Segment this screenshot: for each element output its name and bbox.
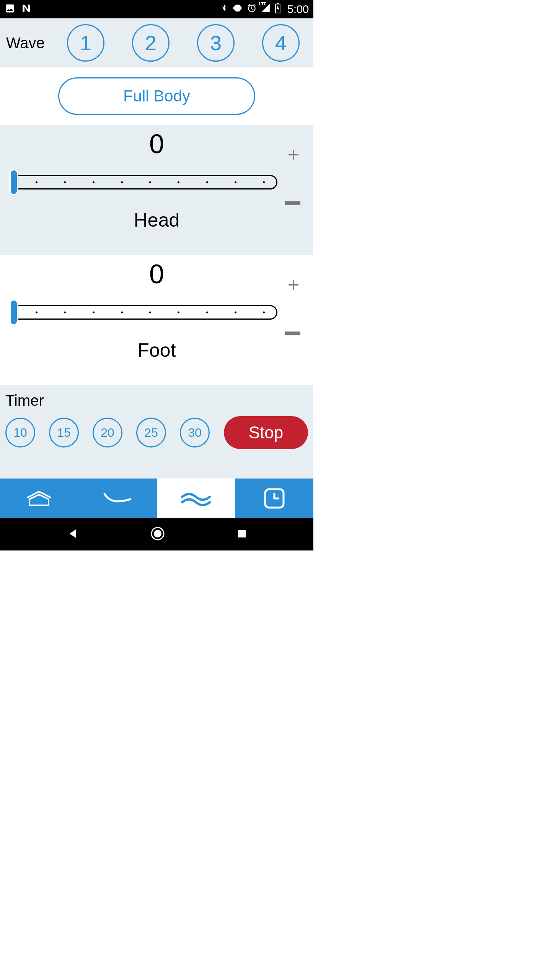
foot-minus-button[interactable]	[285, 332, 302, 335]
svg-point-4	[154, 530, 161, 537]
wave-option-2[interactable]: 2	[132, 24, 170, 62]
head-slider-label: Head	[11, 209, 302, 231]
timer-option-20[interactable]: 20	[93, 418, 122, 448]
nav-recline[interactable]	[78, 479, 157, 518]
battery-charging-icon	[274, 3, 281, 16]
svg-rect-5	[238, 530, 246, 537]
recent-icon[interactable]	[236, 528, 248, 541]
head-slider-thumb[interactable]	[9, 169, 18, 196]
stop-button[interactable]: Stop	[224, 416, 308, 449]
fullbody-section: Full Body	[0, 67, 313, 125]
wave-label: Wave	[6, 34, 45, 52]
status-time: 5:00	[287, 3, 309, 16]
nav-home[interactable]	[0, 479, 78, 518]
timer-option-15[interactable]: 15	[49, 418, 79, 448]
home-icon	[24, 489, 54, 508]
wave-icon	[180, 490, 212, 507]
svg-rect-1	[277, 3, 279, 4]
recline-icon	[102, 491, 133, 506]
bottom-nav	[0, 479, 313, 518]
wave-option-1[interactable]: 1	[67, 24, 104, 62]
timer-option-30[interactable]: 30	[180, 418, 210, 448]
head-slider-value: 0	[11, 129, 302, 159]
foot-slider-section: 0 Foot	[0, 255, 313, 385]
foot-slider-thumb[interactable]	[9, 299, 18, 326]
clock-icon	[263, 487, 285, 510]
foot-slider-value: 0	[11, 259, 302, 289]
head-slider[interactable]	[11, 169, 277, 196]
home-circle-icon[interactable]	[150, 526, 165, 543]
timer-label: Timer	[5, 392, 308, 409]
nav-clock[interactable]	[235, 479, 313, 518]
timer-section: Timer 10 15 20 25 30 Stop	[0, 385, 313, 479]
back-icon[interactable]	[66, 527, 79, 542]
wave-option-4[interactable]: 4	[262, 24, 300, 62]
head-slider-section: 0 Head	[0, 125, 313, 255]
android-n-icon	[21, 3, 32, 16]
foot-plus-button[interactable]	[285, 274, 302, 297]
foot-slider-label: Foot	[11, 339, 302, 361]
foot-slider[interactable]	[11, 299, 277, 326]
timer-option-10[interactable]: 10	[5, 418, 35, 448]
wave-option-3[interactable]: 3	[197, 24, 235, 62]
alarm-icon	[247, 3, 257, 16]
image-icon	[5, 3, 15, 15]
head-plus-button[interactable]	[285, 144, 302, 167]
signal-icon: LTE	[261, 3, 271, 16]
wave-section: Wave 1 2 3 4	[0, 18, 313, 67]
android-nav-bar	[0, 518, 313, 550]
full-body-button[interactable]: Full Body	[58, 77, 255, 115]
head-minus-button[interactable]	[285, 201, 302, 205]
timer-option-25[interactable]: 25	[136, 418, 166, 448]
vibrate-icon	[232, 3, 243, 15]
nav-wave[interactable]	[157, 479, 235, 518]
status-bar: LTE 5:00	[0, 0, 313, 18]
bluetooth-icon	[220, 3, 228, 16]
